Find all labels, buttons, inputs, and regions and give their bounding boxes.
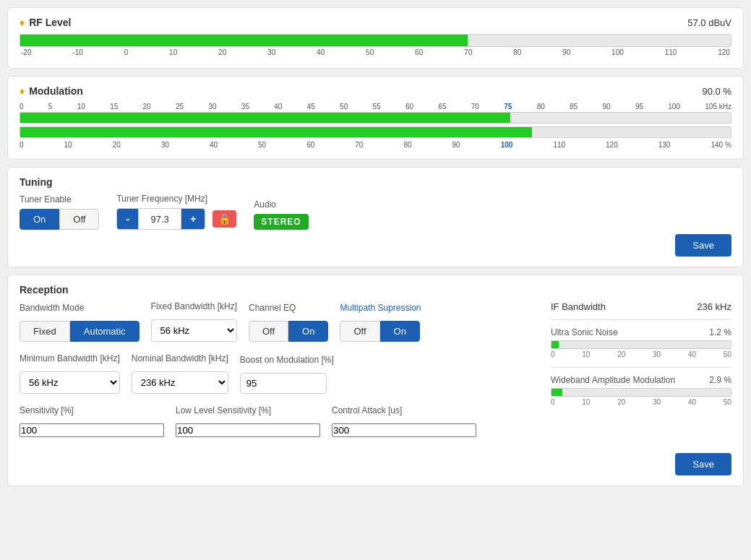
control-attack-input[interactable] (332, 423, 476, 437)
multipath-group: Multipath Supression Off On (340, 303, 421, 342)
low-level-label: Low Level Sensitivity [%] (176, 405, 320, 415)
channel-eq-group: Channel EQ Off On (249, 303, 328, 342)
reception-save-button[interactable]: Save (675, 453, 731, 475)
reception-row3: Sensitivity [%] Low Level Sensitivity [%… (20, 405, 529, 437)
min-bandwidth-label: Minimum Bandwidth [kHz] (20, 353, 120, 363)
modulation-icon: ♦ (20, 85, 25, 97)
wideband-scale: 01020304050 (551, 398, 731, 406)
control-attack-group: Control Attack [us] (332, 405, 476, 437)
rf-level-scale: -20-1001020 3040506070 8090100110120 (20, 48, 731, 56)
min-bandwidth-select[interactable]: 56 kHz 112 kHz (20, 371, 120, 394)
rf-level-card: ♦ RF Level 57.0 dBuV -20-1001020 3040506… (7, 7, 744, 69)
ultrasonic-bar-track (551, 340, 731, 349)
modulation-scale-bottom: 010203040 5060708090 100110120130 140 % (20, 141, 731, 149)
if-bandwidth-row: IF Bandwidth 236 kHz (551, 301, 731, 312)
boost-label: Boost on Modulation [%] (240, 355, 334, 365)
modulation-bar1-fill (20, 113, 510, 123)
channel-eq-label: Channel EQ (249, 303, 328, 313)
modulation-scale-top: 05101520 2530354045 5055606570 75808590 … (20, 103, 731, 111)
rf-level-value: 57.0 dBuV (687, 17, 731, 28)
tuner-enable-on-button[interactable]: On (20, 209, 59, 230)
ultrasonic-header: Ultra Sonic Noise 1.2 % (551, 327, 731, 337)
wideband-section: Wideband Amplitude Modulation 2.9 % 0102… (551, 375, 731, 406)
freq-plus-button[interactable]: + (181, 209, 205, 229)
tuner-enable-off-button[interactable]: Off (59, 209, 99, 230)
tuning-card: Tuning Tuner Enable On Off Tuner Frequen… (7, 167, 744, 267)
wideband-bar-fill (552, 389, 562, 396)
divider1 (551, 319, 731, 320)
control-attack-label: Control Attack [us] (332, 405, 476, 415)
sensitivity-label: Sensitivity [%] (20, 405, 164, 415)
reception-grid: Bandwidth Mode Fixed Automatic Fixed Ban… (20, 301, 731, 449)
channel-eq-toggle[interactable]: Off On (249, 321, 328, 342)
ultrasonic-scale: 01020304050 (551, 350, 731, 358)
multipath-label: Multipath Supression (340, 303, 421, 313)
ultrasonic-section: Ultra Sonic Noise 1.2 % 01020304050 (551, 327, 731, 358)
nominal-bandwidth-select[interactable]: 236 kHz 168 kHz (132, 371, 228, 394)
modulation-value: 90.0 % (703, 86, 731, 97)
rf-level-bar-track (20, 34, 731, 47)
channel-eq-off-button[interactable]: Off (249, 321, 288, 342)
if-bandwidth-label: IF Bandwidth (551, 301, 606, 312)
fixed-bandwidth-label: Fixed Bandwidth [kHz] (151, 301, 237, 311)
low-level-input[interactable] (176, 423, 320, 437)
rf-level-bar-container: -20-1001020 3040506070 8090100110120 (20, 34, 731, 56)
nominal-bandwidth-group: Nominal Bandwidth [kHz] 236 kHz 168 kHz (132, 353, 228, 394)
channel-eq-on-button[interactable]: On (288, 321, 328, 342)
reception-save-row: Save (20, 449, 731, 477)
bandwidth-mode-toggle[interactable]: Fixed Automatic (20, 321, 140, 342)
modulation-header: ♦ Modulation 90.0 % (20, 85, 731, 97)
freq-lock-button[interactable]: 🔒 (213, 210, 236, 228)
modulation-bar2-track (20, 126, 731, 138)
divider2 (551, 367, 731, 368)
bandwidth-mode-group: Bandwidth Mode Fixed Automatic (20, 303, 140, 342)
wideband-header: Wideband Amplitude Modulation 2.9 % (551, 375, 731, 385)
rf-level-header: ♦ RF Level 57.0 dBuV (20, 17, 731, 28)
bandwidth-automatic-button[interactable]: Automatic (70, 321, 140, 342)
multipath-off-button[interactable]: Off (340, 321, 379, 342)
stereo-badge: STEREO (254, 214, 308, 230)
multipath-toggle[interactable]: Off On (340, 321, 421, 342)
modulation-title: Modulation (29, 85, 83, 97)
bandwidth-mode-label: Bandwidth Mode (20, 303, 140, 313)
reception-right: IF Bandwidth 236 kHz Ultra Sonic Noise 1… (544, 301, 731, 449)
freq-minus-button[interactable]: - (117, 209, 138, 229)
ultrasonic-value: 1.2 % (709, 327, 731, 337)
ultrasonic-bar-fill (552, 341, 559, 348)
sensitivity-input[interactable] (20, 423, 164, 437)
modulation-card: ♦ Modulation 90.0 % 05101520 2530354045 … (7, 76, 744, 160)
reception-left: Bandwidth Mode Fixed Automatic Fixed Ban… (20, 301, 529, 449)
wideband-label: Wideband Amplitude Modulation (551, 375, 675, 385)
sensitivity-group: Sensitivity [%] (20, 405, 164, 437)
tuning-save-button[interactable]: Save (675, 234, 731, 257)
tuner-enable-toggle[interactable]: On Off (20, 209, 99, 230)
reception-row1: Bandwidth Mode Fixed Automatic Fixed Ban… (20, 301, 529, 342)
reception-title: Reception (20, 284, 69, 296)
freq-display: 97.3 (138, 210, 181, 229)
nominal-bandwidth-label: Nominal Bandwidth [kHz] (132, 353, 228, 363)
tuning-title: Tuning (20, 176, 53, 188)
fixed-bandwidth-group: Fixed Bandwidth [kHz] 56 kHz 112 kHz 168… (151, 301, 237, 342)
rf-level-bar-fill (20, 35, 468, 46)
low-level-group: Low Level Sensitivity [%] (176, 405, 320, 437)
if-bandwidth-value: 236 kHz (697, 301, 731, 312)
tuning-row: Tuner Enable On Off Tuner Frequency [MHz… (20, 194, 731, 230)
audio-label: Audio (254, 199, 308, 210)
boost-modulation-group: Boost on Modulation [%] (240, 355, 334, 394)
modulation-bar2-fill (20, 127, 532, 137)
reception-row2: Minimum Bandwidth [kHz] 56 kHz 112 kHz N… (20, 353, 529, 394)
tuning-header: Tuning (20, 176, 731, 188)
tuner-freq-control[interactable]: - 97.3 + (116, 208, 205, 230)
reception-header: Reception (20, 284, 731, 296)
bandwidth-fixed-button[interactable]: Fixed (20, 321, 70, 342)
boost-input[interactable] (240, 373, 327, 394)
fixed-bandwidth-select[interactable]: 56 kHz 112 kHz 168 kHz 224 kHz (151, 319, 237, 342)
multipath-on-button[interactable]: On (380, 321, 420, 342)
ultrasonic-label: Ultra Sonic Noise (551, 327, 618, 337)
tuning-save-row: Save (20, 230, 731, 258)
wideband-value: 2.9 % (709, 375, 731, 385)
tuner-enable-group: Tuner Enable On Off (20, 194, 99, 230)
modulation-bar2-container: 010203040 5060708090 100110120130 140 % (20, 126, 731, 149)
wideband-bar-track (551, 388, 731, 397)
modulation-bar1-container: 05101520 2530354045 5055606570 75808590 … (20, 103, 731, 124)
